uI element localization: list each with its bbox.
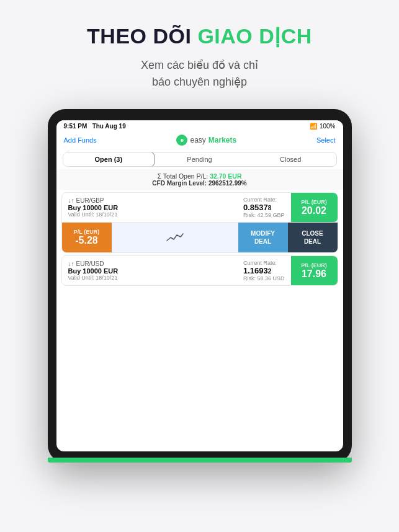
close-deal-label: CLOSEDEAL xyxy=(302,229,323,246)
action-pnl-box[interactable]: P/L (EUR) -5.28 xyxy=(62,223,112,252)
total-open-pl: Σ Total Open P/L: 32.70 EUR xyxy=(63,172,337,180)
pnl-box-eur-gbp[interactable]: P/L (EUR) 20.02 xyxy=(291,193,338,222)
trade-valid-eur-gbp: Valid Until: 18/10/21 xyxy=(68,211,231,218)
pnl-value-2: 17.96 xyxy=(302,268,326,280)
tab-closed[interactable]: Closed xyxy=(245,153,336,166)
rate-value-1: 0.85378 xyxy=(243,203,285,212)
trades-container: ↓↑ EUR/GBP Buy 10000 EUR Valid Until: 18… xyxy=(56,190,343,451)
bottom-green-bar xyxy=(48,458,352,463)
pnl-label-2: P/L (EUR) xyxy=(301,262,326,268)
sigma-icon: Σ xyxy=(157,172,161,180)
logo-area: e easyMarkets xyxy=(176,135,236,146)
modify-deal-button[interactable]: MODIFYDEAL xyxy=(238,223,288,252)
close-deal-button[interactable]: CLOSEDEAL xyxy=(288,223,338,252)
action-chart-button[interactable] xyxy=(112,223,238,252)
trade-info-eur-usd: ↓↑ EUR/USD Buy 10000 EUR Valid Until: 18… xyxy=(62,256,237,285)
status-bar: 9:51 PM Thu Aug 19 📶 100% xyxy=(56,120,343,132)
current-rate-label-1: Current Rate: xyxy=(243,197,285,203)
logo-easy-text: easy xyxy=(190,136,205,144)
add-funds-link[interactable]: Add Funds xyxy=(64,136,97,144)
subtitle: Xem các biểu đồ và chỉ báo chuyên nghiệp xyxy=(25,57,374,91)
tab-pending[interactable]: Pending xyxy=(154,153,245,166)
trade-main-eur-usd: ↓↑ EUR/USD Buy 10000 EUR Valid Until: 18… xyxy=(62,256,338,285)
trade-amount-eur-gbp: Buy 10000 EUR xyxy=(68,204,231,211)
chart-icon xyxy=(166,231,184,244)
tabs-row: Open (3) Pending Closed xyxy=(63,152,337,167)
trade-amount-eur-usd: Buy 10000 EUR xyxy=(68,267,231,275)
pnl-value-1: 20.02 xyxy=(302,205,326,216)
trade-direction-icon-2: ↓↑ xyxy=(68,260,74,267)
total-pl-value: 32.70 EUR xyxy=(210,172,241,180)
trade-row-eur-gbp: ↓↑ EUR/GBP Buy 10000 EUR Valid Until: 18… xyxy=(61,192,338,253)
top-nav: Add Funds e easyMarkets Select xyxy=(56,132,343,149)
trade-rate-eur-usd: Current Rate: 1.16932 Risk: 58.36 USD xyxy=(237,256,291,285)
header-section: THEO DÕI GIAO DỊCH Xem các biểu đồ và ch… xyxy=(0,0,399,103)
status-time: 9:51 PM Thu Aug 19 xyxy=(64,123,126,130)
modify-deal-label: MODIFYDEAL xyxy=(251,229,275,246)
trade-main-eur-gbp: ↓↑ EUR/GBP Buy 10000 EUR Valid Until: 18… xyxy=(62,193,338,222)
select-link[interactable]: Select xyxy=(316,136,336,144)
expanded-pnl-label: P/L (EUR) xyxy=(74,229,99,235)
current-rate-label-2: Current Rate: xyxy=(243,260,285,266)
trade-pair-eur-gbp: ↓↑ EUR/GBP xyxy=(68,197,231,204)
battery-icon: 100% xyxy=(320,123,336,130)
main-title: THEO DÕI GIAO DỊCH xyxy=(25,24,374,48)
trade-pair-eur-usd: ↓↑ EUR/USD xyxy=(68,260,231,267)
ipad-frame: 9:51 PM Thu Aug 19 📶 100% Add Funds e ea… xyxy=(48,109,352,463)
trade-direction-icon: ↓↑ xyxy=(68,197,74,204)
trade-pair-label: EUR/GBP xyxy=(76,197,104,204)
rate-value-2: 1.16932 xyxy=(243,266,285,275)
pnl-box-eur-usd[interactable]: P/L (EUR) 17.96 xyxy=(291,256,338,285)
trade-rate-eur-gbp: Current Rate: 0.85378 Risk: 42.59 GBP xyxy=(237,193,291,222)
ipad-screen: 9:51 PM Thu Aug 19 📶 100% Add Funds e ea… xyxy=(56,120,343,451)
trade-valid-eur-usd: Valid Until: 18/10/21 xyxy=(68,275,231,281)
margin-level: CFD Margin Level: 2962512.99% xyxy=(63,180,337,187)
summary-bar: Σ Total Open P/L: 32.70 EUR CFD Margin L… xyxy=(56,169,343,190)
risk-value-2: Risk: 58.36 USD xyxy=(243,275,285,282)
trade-actions-eur-gbp: P/L (EUR) -5.28 MODIFYDEAL CLOSEDEAL xyxy=(62,222,338,252)
trade-pair-label-2: EUR/USD xyxy=(76,260,104,267)
easy-markets-logo-icon: e xyxy=(176,135,187,146)
risk-value-1: Risk: 42.59 GBP xyxy=(243,212,285,218)
logo-markets-text: Markets xyxy=(208,136,236,144)
title-giao-dich: GIAO DỊCH xyxy=(197,24,312,48)
expanded-pnl-value: -5.28 xyxy=(75,235,97,246)
pnl-label-1: P/L (EUR) xyxy=(301,199,326,205)
wifi-icon: 📶 xyxy=(310,123,317,130)
tab-open[interactable]: Open (3) xyxy=(63,152,155,167)
status-right: 📶 100% xyxy=(310,123,336,130)
trade-row-eur-usd: ↓↑ EUR/USD Buy 10000 EUR Valid Until: 18… xyxy=(61,255,338,286)
title-theo: THEO DÕI xyxy=(87,24,191,48)
trade-info-eur-gbp: ↓↑ EUR/GBP Buy 10000 EUR Valid Until: 18… xyxy=(62,193,237,222)
